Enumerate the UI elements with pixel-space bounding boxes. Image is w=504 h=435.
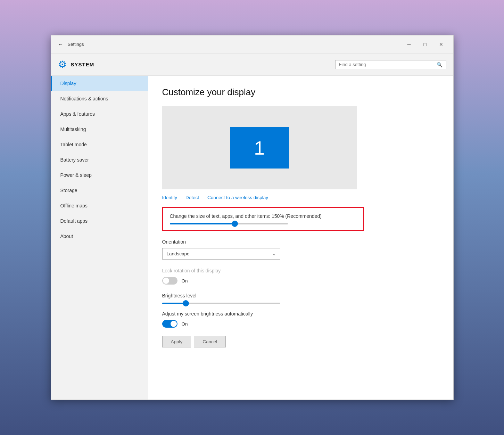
orientation-dropdown[interactable]: Landscape ⌄ [162,248,280,260]
lock-rotation-row: On [162,277,439,285]
display-preview: 1 [162,106,357,189]
back-button[interactable]: ← [55,39,66,50]
monitor-box: 1 [230,127,289,169]
content-area: Customize your display 1 Identify Detect… [148,76,453,400]
sidebar-item-about[interactable]: About [51,229,148,244]
window-controls: ─ □ ✕ [401,39,449,50]
sidebar-item-apps[interactable]: Apps & features [51,106,148,122]
scale-slider-thumb[interactable] [232,221,238,227]
auto-brightness-row: On [162,320,439,328]
display-links: Identify Detect Connect to a wireless di… [162,195,439,200]
sidebar-item-display[interactable]: Display [51,76,148,91]
minimize-button[interactable]: ─ [401,39,417,50]
lock-rotation-toggle[interactable] [162,277,177,285]
sidebar-item-default-apps[interactable]: Default apps [51,213,148,229]
page-title: Customize your display [162,87,439,98]
scale-slider-track [170,223,288,224]
sidebar-item-offline-maps[interactable]: Offline maps [51,198,148,213]
settings-window: ← Settings ─ □ ✕ ⚙ SYSTEM 🔍 Display Noti… [51,35,454,400]
close-button[interactable]: ✕ [433,39,449,50]
auto-brightness-toggle-text: On [182,321,188,327]
sidebar-item-notifications[interactable]: Notifications & actions [51,91,148,106]
search-icon: 🔍 [437,62,443,67]
gear-icon: ⚙ [58,59,67,70]
brightness-label: Brightness level [162,293,439,298]
system-label: SYSTEM [71,61,335,67]
connect-wireless-link[interactable]: Connect to a wireless display [207,195,268,200]
sidebar-item-storage[interactable]: Storage [51,183,148,198]
brightness-slider-fill [162,303,186,304]
sidebar-item-power[interactable]: Power & sleep [51,167,148,183]
lock-rotation-toggle-text: On [182,278,188,284]
orientation-label: Orientation [162,239,439,245]
app-header: ⚙ SYSTEM 🔍 [51,54,453,76]
auto-brightness-label: Adjust my screen brightness automaticall… [162,311,439,317]
sidebar-item-tablet[interactable]: Tablet mode [51,137,148,152]
sidebar-item-battery[interactable]: Battery saver [51,152,148,167]
sidebar-item-multitasking[interactable]: Multitasking [51,122,148,137]
maximize-button[interactable]: □ [417,39,433,50]
lock-rotation-label: Lock rotation of this display [162,268,439,273]
window-title: Settings [68,42,401,47]
auto-brightness-thumb [171,321,177,327]
buttons-row: Apply Cancel [162,336,439,347]
scale-box: Change the size of text, apps, and other… [162,207,364,231]
brightness-slider-track [162,303,280,304]
chevron-down-icon: ⌄ [272,252,276,256]
monitor-number: 1 [254,137,265,159]
lock-rotation-thumb [163,278,169,284]
brightness-slider-thumb[interactable] [183,300,189,306]
cancel-button[interactable]: Cancel [194,336,226,347]
sidebar: Display Notifications & actions Apps & f… [51,76,148,400]
scale-slider-fill [170,223,235,224]
identify-link[interactable]: Identify [162,195,177,200]
search-input[interactable] [339,62,437,67]
scale-label: Change the size of text, apps, and other… [170,213,356,219]
search-box: 🔍 [335,60,446,69]
orientation-value: Landscape [167,251,190,256]
detect-link[interactable]: Detect [185,195,199,200]
body: Display Notifications & actions Apps & f… [51,76,453,400]
auto-brightness-toggle[interactable] [162,320,177,328]
titlebar: ← Settings ─ □ ✕ [51,35,453,54]
apply-button[interactable]: Apply [162,336,191,347]
